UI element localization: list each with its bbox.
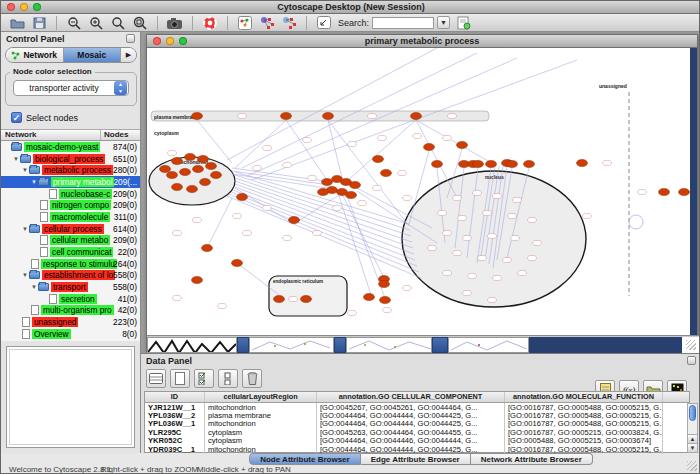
vizmapper-icon[interactable]: [237, 15, 253, 30]
tree-item-metabolic-process[interactable]: ▼metabolic process280(0): [1, 164, 140, 176]
expand-arrow-icon[interactable]: ▼: [21, 226, 29, 232]
network-node-unselected[interactable]: [173, 230, 182, 235]
network-edge[interactable]: [233, 190, 415, 260]
minimized-window-titlebar[interactable]: [237, 337, 249, 353]
annotation-2-icon[interactable]: [281, 15, 297, 30]
network-node-unselected[interactable]: [483, 210, 492, 215]
network-node-unselected[interactable]: [448, 113, 457, 118]
network-node[interactable]: [373, 155, 384, 162]
unselect-all-icon[interactable]: [218, 369, 238, 388]
minimized-window-fragment[interactable]: [346, 337, 432, 353]
network-node-unselected[interactable]: [283, 235, 292, 240]
network-node-unselected[interactable]: [603, 160, 612, 165]
network-node[interactable]: [364, 293, 375, 300]
node-color-dropdown[interactable]: transporter activity ▲▼: [13, 80, 129, 96]
network-node-unselected[interactable]: [528, 217, 537, 222]
minimized-window-fragment[interactable]: [448, 337, 529, 353]
network-node-unselected[interactable]: [468, 273, 477, 278]
zoom-out-icon[interactable]: [66, 15, 82, 30]
network-node-unselected[interactable]: [493, 193, 502, 198]
network-node-unselected[interactable]: [168, 150, 177, 155]
network-node[interactable]: [524, 160, 535, 167]
network-node[interactable]: [411, 112, 422, 119]
float-panel-icon[interactable]: [687, 356, 696, 365]
network-node-unselected[interactable]: [403, 195, 412, 200]
select-nodes-checkbox[interactable]: ✓: [11, 112, 22, 123]
zoom-fit-icon[interactable]: [132, 15, 148, 30]
network-node-unselected[interactable]: [443, 270, 452, 275]
window-resize-corner[interactable]: [682, 337, 699, 353]
network-node[interactable]: [424, 143, 435, 150]
network-node-unselected[interactable]: [528, 255, 537, 260]
expand-arrow-icon[interactable]: ▼: [12, 156, 20, 162]
delete-attribute-icon[interactable]: [242, 369, 262, 388]
network-node[interactable]: [206, 162, 217, 169]
network-node-unselected[interactable]: [453, 195, 462, 200]
network-node-unselected[interactable]: [513, 197, 522, 202]
network-node-unselected[interactable]: [398, 170, 407, 175]
network-node[interactable]: [323, 112, 334, 119]
network-node-unselected[interactable]: [233, 213, 242, 218]
expand-arrow-icon[interactable]: ▼: [30, 179, 38, 185]
network-node[interactable]: [379, 280, 390, 287]
network-node[interactable]: [193, 165, 204, 172]
birds-eye-view[interactable]: [6, 346, 135, 448]
select-attributes-icon[interactable]: [146, 369, 166, 388]
minimized-window-titlebar[interactable]: [334, 337, 346, 353]
select-nodes-option[interactable]: ✓ Select nodes: [11, 112, 78, 123]
network-node-unselected[interactable]: [193, 217, 202, 222]
network-node[interactable]: [301, 295, 312, 302]
network-node-unselected[interactable]: [413, 133, 422, 138]
tree-item-biological-process[interactable]: ▼biological_process651(0): [1, 153, 140, 165]
network-node-unselected[interactable]: [383, 307, 392, 312]
attribute-table-header[interactable]: IDcellularLayoutRegionannotation.GO CELL…: [145, 392, 689, 403]
select-all-icon[interactable]: [194, 369, 214, 388]
network-node[interactable]: [381, 169, 392, 176]
network-node-unselected[interactable]: [303, 137, 312, 142]
network-node[interactable]: [192, 112, 203, 119]
column-header-annotation-go-molecular-function[interactable]: annotation.GO MOLECULAR_FUNCTION: [505, 392, 663, 402]
network-node-unselected[interactable]: [283, 162, 292, 167]
network-node-unselected[interactable]: [473, 190, 482, 195]
scrollbar-thumb[interactable]: [689, 405, 696, 421]
network-node-unselected[interactable]: [373, 185, 382, 190]
network-edge[interactable]: [242, 53, 477, 168]
network-canvas[interactable]: plasma membrane cytoplasm mitochondrion …: [147, 48, 692, 335]
tree-item-cell-communicat[interactable]: cell communicat22(0): [1, 246, 140, 258]
network-node-unselected[interactable]: [443, 135, 452, 140]
network-node-unselected[interactable]: [243, 230, 252, 235]
network-node[interactable]: [486, 160, 497, 167]
network-edge[interactable]: [235, 120, 286, 168]
network-node[interactable]: [577, 159, 588, 166]
network-node-unselected[interactable]: [638, 189, 647, 194]
zoom-in-icon[interactable]: [88, 15, 104, 30]
scroll-down-arrow[interactable]: ▼: [688, 443, 697, 452]
network-node-unselected[interactable]: [511, 235, 520, 240]
network-edge[interactable]: [227, 196, 421, 278]
network-node[interactable]: [322, 178, 333, 185]
minimized-window-titlebar[interactable]: [432, 337, 448, 353]
tree-item-nitrogen-compo[interactable]: nitrogen compo209(0): [1, 199, 140, 211]
tab-network[interactable]: Network: [6, 48, 64, 62]
network-node-unselected[interactable]: [443, 230, 452, 235]
expand-arrow-icon[interactable]: ▼: [30, 284, 38, 290]
tree-item-cellular-metabo[interactable]: cellular metabo209(0): [1, 235, 140, 247]
network-node-unselected[interactable]: [438, 210, 447, 215]
network-node[interactable]: [180, 168, 191, 175]
network-node[interactable]: [202, 244, 213, 251]
minimized-window-fragment[interactable]: [249, 337, 334, 353]
network-node-unselected[interactable]: [358, 200, 367, 205]
snapshot-icon[interactable]: [167, 15, 183, 30]
tree-item-cellular-process[interactable]: ▼cellular process614(0): [1, 223, 140, 235]
scroll-up-arrow[interactable]: ▲: [688, 434, 697, 443]
network-node-unselected[interactable]: [428, 245, 437, 250]
network-node-unselected[interactable]: [533, 240, 542, 245]
expand-arrow-icon[interactable]: ▼: [21, 272, 29, 278]
network-node-unselected[interactable]: [503, 257, 512, 262]
network-node[interactable]: [237, 193, 248, 200]
network-node-unselected[interactable]: [348, 141, 357, 146]
network-node-unselected[interactable]: [463, 235, 472, 240]
tree-item-multi-organism-pro[interactable]: multi-organism pro42(0): [1, 305, 140, 317]
help-icon[interactable]: [202, 15, 218, 30]
network-edge[interactable]: [235, 172, 409, 224]
